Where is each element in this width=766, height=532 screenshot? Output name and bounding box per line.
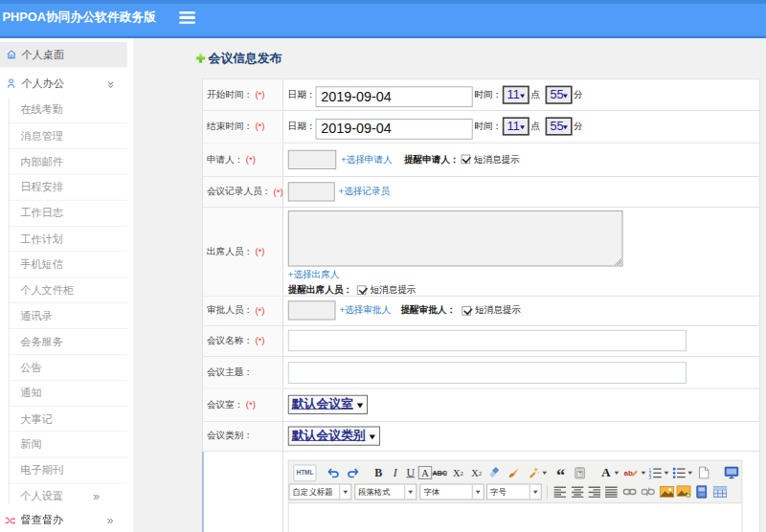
svg-text:ab: ab xyxy=(624,469,634,477)
svg-text:3: 3 xyxy=(649,475,652,478)
